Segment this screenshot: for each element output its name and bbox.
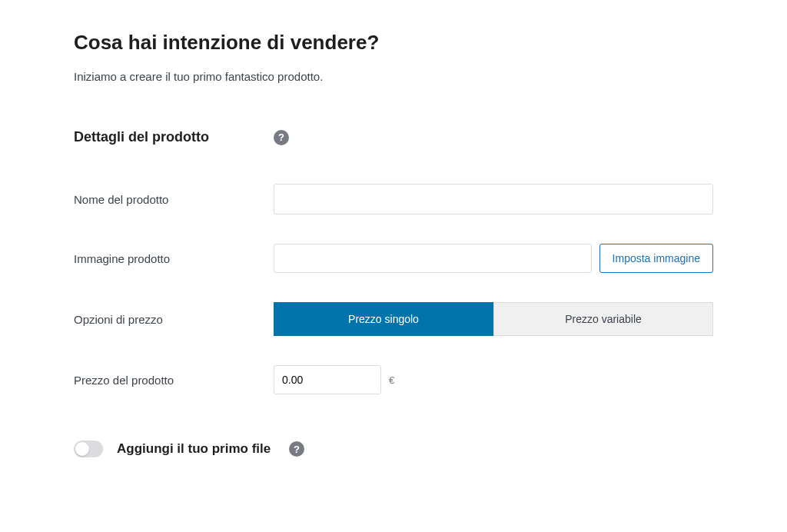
price-option-variable[interactable]: Prezzo variabile — [493, 302, 713, 336]
currency-symbol: € — [389, 374, 394, 386]
file-toggle-switch[interactable] — [74, 441, 103, 457]
product-name-row: Nome del prodotto — [74, 184, 713, 214]
page-title: Cosa hai intenzione di vendere? — [74, 31, 713, 55]
product-price-row: Prezzo del prodotto € — [74, 365, 713, 394]
product-image-label: Immagine prodotto — [74, 252, 274, 265]
page-subtitle: Iniziamo a creare il tuo primo fantastic… — [74, 70, 713, 83]
switch-knob — [75, 442, 89, 456]
product-image-row: Immagine prodotto Imposta immagine — [74, 244, 713, 273]
price-option-single[interactable]: Prezzo singolo — [274, 302, 493, 336]
help-icon[interactable]: ? — [289, 441, 304, 457]
file-section-title: Aggiungi il tuo primo file — [117, 441, 271, 457]
product-image-input[interactable] — [274, 244, 592, 273]
product-price-input[interactable] — [274, 365, 381, 394]
file-section: Aggiungi il tuo primo file ? — [74, 441, 713, 457]
product-details-title: Dettagli del prodotto — [74, 129, 258, 145]
set-image-button[interactable]: Imposta immagine — [599, 244, 713, 273]
product-name-input[interactable] — [274, 184, 713, 214]
help-icon[interactable]: ? — [274, 130, 289, 145]
product-price-label: Prezzo del prodotto — [74, 374, 274, 387]
price-options-label: Opzioni di prezzo — [74, 313, 274, 326]
price-options-toggle: Prezzo singolo Prezzo variabile — [274, 302, 713, 336]
product-details-header: Dettagli del prodotto ? — [74, 129, 713, 145]
product-name-label: Nome del prodotto — [74, 193, 274, 206]
price-options-row: Opzioni di prezzo Prezzo singolo Prezzo … — [74, 302, 713, 336]
